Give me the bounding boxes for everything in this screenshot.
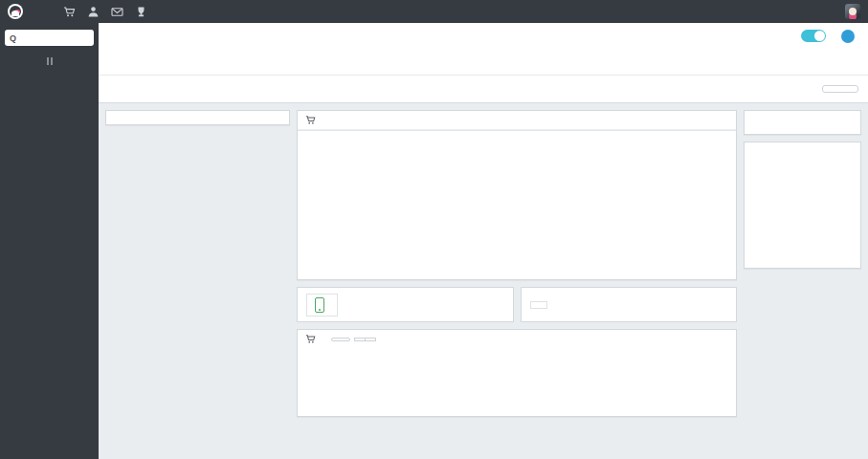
trophy-icon[interactable] — [135, 6, 147, 18]
sidebar: Q — [0, 23, 99, 459]
ingenico-logo — [778, 157, 853, 174]
prestashop-news-panel — [744, 110, 861, 135]
search-icon: Q — [10, 33, 16, 43]
page-header — [99, 23, 868, 75]
customers-topbar-icon[interactable] — [87, 6, 100, 18]
forecast-panel — [297, 329, 737, 417]
phone-icon — [315, 297, 324, 313]
chart-y-axis — [303, 144, 344, 273]
chart-legend[interactable] — [715, 134, 724, 141]
chart-x-axis — [344, 273, 728, 276]
forecast-year-badge[interactable] — [331, 338, 350, 341]
shopgate-banner[interactable] — [297, 287, 514, 322]
next-year-button[interactable] — [365, 338, 376, 341]
ebay-banner[interactable] — [521, 287, 738, 322]
cart-icon[interactable] — [63, 6, 76, 18]
demo-mode-control — [801, 30, 826, 45]
date-toolbar — [99, 75, 868, 103]
sales-chart — [298, 131, 736, 279]
prestashop-logo — [8, 4, 23, 19]
activity-overview-panel — [105, 110, 290, 125]
forecast-legend — [298, 348, 736, 367]
cart-icon — [305, 115, 316, 125]
cart-icon — [305, 334, 316, 344]
sidebar-collapse-button[interactable] — [0, 52, 99, 69]
tips-of-the-day-panel — [744, 142, 861, 269]
chart-plot-area — [344, 144, 728, 273]
user-avatar[interactable] — [845, 4, 860, 19]
sidebar-search[interactable]: Q — [5, 30, 94, 46]
date-range-picker[interactable] — [822, 85, 858, 93]
find-more-news-link[interactable] — [745, 119, 860, 134]
search-input[interactable] — [22, 33, 79, 43]
messages-icon[interactable] — [111, 6, 123, 18]
dashboard-panel — [297, 110, 737, 280]
shopgate-logo — [306, 294, 338, 317]
demo-mode-toggle[interactable] — [801, 30, 826, 42]
help-icon[interactable] — [841, 30, 855, 43]
help-control — [841, 30, 855, 45]
legend-dot — [715, 134, 722, 141]
top-bar — [0, 0, 868, 23]
